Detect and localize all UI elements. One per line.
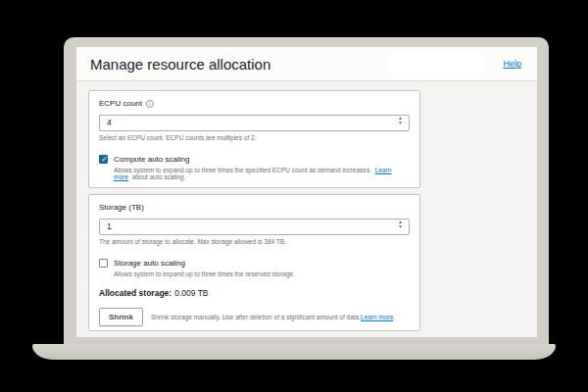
stepper-down-icon[interactable]: ▼ [398, 224, 403, 229]
storage-autoscaling-checkbox[interactable] [99, 259, 108, 268]
laptop-screen: Manage resource allocation Help ECPU cou… [76, 47, 537, 337]
allocated-storage-label: Allocated storage: [99, 288, 172, 298]
allocated-storage-row: Allocated storage:0.009 TB [99, 288, 410, 298]
storage-autoscaling-description: Allows system to expand up to three time… [114, 270, 410, 277]
learn-more-shrink-link[interactable]: Learn more [361, 314, 393, 320]
page-title: Manage resource allocation [90, 56, 270, 73]
ecpu-helper-text: Select an ECPU count. ECPU counts are mu… [99, 134, 410, 141]
compute-autoscaling-checkbox[interactable]: ✓ [99, 155, 108, 164]
compute-autoscaling-description-suffix: about auto scaling. [132, 173, 186, 180]
ecpu-input-wrap: ▲ ▼ [99, 112, 410, 131]
compute-autoscaling-row[interactable]: ✓ Compute auto scaling [99, 155, 410, 164]
shrink-button[interactable]: Shrink [99, 308, 143, 326]
device-mockup-stage: Manage resource allocation Help ECPU cou… [0, 0, 588, 392]
shrink-description-text: Shrink storage manually. Use after delet… [151, 314, 361, 320]
storage-label-row: Storage (TB) [99, 203, 410, 212]
info-icon[interactable]: i [146, 100, 154, 108]
storage-tb-label: Storage (TB) [99, 203, 144, 212]
storage-autoscaling-row[interactable]: Storage auto scaling [99, 259, 410, 268]
compute-autoscaling-label[interactable]: Compute auto scaling [114, 155, 189, 164]
stepper-down-icon[interactable]: ▼ [398, 121, 403, 125]
redacted-area [390, 53, 484, 74]
ecpu-count-input[interactable] [99, 115, 410, 131]
shrink-description-suffix: . [393, 314, 395, 320]
storage-section-card: Storage (TB) ▲ ▼ The amount of storage t… [88, 194, 420, 331]
checkbox-check-icon: ✓ [100, 155, 109, 165]
ecpu-stepper[interactable]: ▲ ▼ [396, 114, 405, 126]
compute-autoscaling-description: Allows system to expand up to three time… [114, 167, 410, 180]
storage-input-wrap: ▲ ▼ [99, 216, 410, 235]
compute-autoscaling-description-text: Allows system to expand up to three time… [114, 167, 371, 173]
compute-section-card: ECPU count i ▲ ▼ Select an ECPU count. E… [88, 90, 420, 188]
ecpu-count-label: ECPU count [99, 99, 142, 108]
storage-stepper[interactable]: ▲ ▼ [396, 218, 405, 230]
shrink-row: Shrink Shrink storage manually. Use afte… [99, 308, 410, 326]
laptop-bezel: Manage resource allocation Help ECPU cou… [64, 37, 549, 344]
form-content: ECPU count i ▲ ▼ Select an ECPU count. E… [76, 82, 537, 337]
storage-autoscaling-label[interactable]: Storage auto scaling [114, 259, 185, 268]
help-link[interactable]: Help [503, 59, 521, 69]
laptop-base [32, 344, 556, 360]
allocated-storage-value: 0.009 TB [174, 288, 208, 298]
shrink-description: Shrink storage manually. Use after delet… [151, 314, 395, 320]
page-header: Manage resource allocation Help [76, 47, 537, 81]
storage-tb-input[interactable] [99, 219, 410, 235]
storage-autoscaling-description-text: Allows system to expand up to three time… [114, 270, 295, 277]
ecpu-label-row: ECPU count i [99, 99, 410, 108]
storage-helper-text: The amount of storage to allocate. Max s… [99, 238, 410, 245]
